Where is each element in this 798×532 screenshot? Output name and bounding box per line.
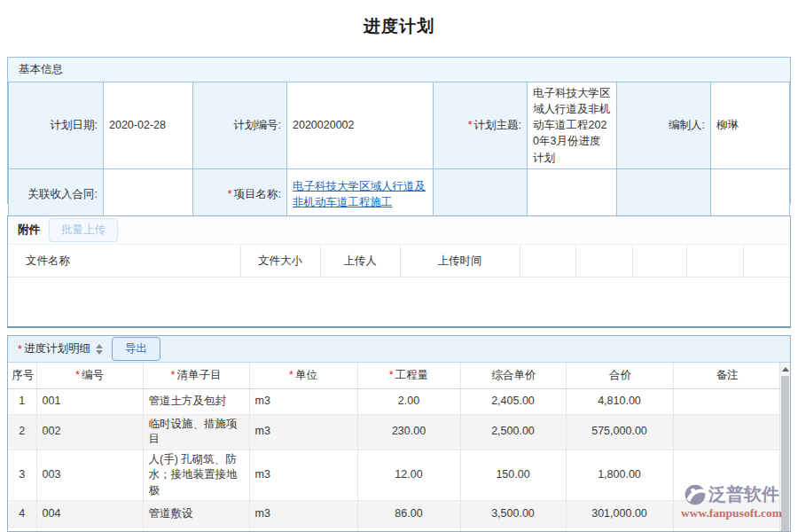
cell-code: 001 bbox=[36, 388, 143, 414]
progress-plan-page: 进度计划 基本信息 计划日期: 2020-02-28 计划编号: 2020020… bbox=[0, 0, 798, 38]
table-row[interactable]: 4 004 管道敷设 m3 86.00 3,500.00 301,000.00 bbox=[8, 501, 779, 528]
table-row[interactable]: 5 005 管沟石方开挖 m3 20.00 700.00 14,000.00 bbox=[8, 528, 779, 532]
cell-seq: 3 bbox=[8, 450, 36, 501]
cell-total: 301,000.00 bbox=[566, 501, 673, 528]
related-income-contract-label: 关联收入合同: bbox=[9, 168, 104, 219]
col-file-size: 文件大小 bbox=[240, 245, 320, 278]
col-quantity: *工程量 bbox=[357, 363, 460, 388]
cell-remark bbox=[673, 388, 779, 414]
basic-info-row-1: 计划日期: 2020-02-28 计划编号: 2020020002 *计划主题:… bbox=[9, 82, 790, 169]
col-list-item: *清单子目 bbox=[143, 363, 249, 388]
cell-list-item: 管道土方及包封 bbox=[143, 388, 249, 414]
col-file-name: 文件名称 bbox=[8, 245, 240, 278]
cell-total: 14,000.00 bbox=[566, 528, 673, 532]
required-marker: * bbox=[468, 119, 473, 131]
cell-code: 005 bbox=[36, 528, 143, 532]
author-label: 编制人: bbox=[617, 82, 711, 169]
empty-value-cell bbox=[711, 168, 790, 219]
table-row[interactable]: 2 002 临时设施、措施项目 m3 230.00 2,500.00 575,0… bbox=[8, 414, 779, 450]
basic-info-section: 基本信息 计划日期: 2020-02-28 计划编号: 2020020002 *… bbox=[7, 57, 791, 204]
details-header-row: 序号 *编号 *清单子目 *单位 *工程量 综合单价 合价 备注 bbox=[8, 363, 779, 388]
details-table-wrap: 序号 *编号 *清单子目 *单位 *工程量 综合单价 合价 备注 1 001 管… bbox=[8, 363, 790, 531]
plan-subject-label: *计划主题: bbox=[434, 82, 528, 169]
cell-quantity: 20.00 bbox=[357, 528, 460, 532]
cell-seq: 2 bbox=[8, 414, 36, 450]
empty-label-cell bbox=[434, 168, 528, 219]
col-uploader: 上传人 bbox=[320, 245, 400, 278]
col-unit-price: 综合单价 bbox=[460, 363, 566, 388]
cell-remark bbox=[673, 528, 779, 532]
col-code: *编号 bbox=[36, 363, 143, 388]
cell-total: 575,000.00 bbox=[566, 414, 673, 450]
plan-subject-value: 电子科技大学区域人行道及非机动车道工程2020年3月份进度计划 bbox=[528, 82, 617, 169]
attachments-header-row: 文件名称 文件大小 上传人 上传时间 bbox=[8, 245, 790, 278]
empty-label-cell bbox=[617, 168, 711, 219]
required-marker: * bbox=[228, 188, 232, 200]
progress-plan-details-section: * 进度计划明细 导出 序号 *编号 *清单子目 *单位 *工程量 综合单价 合… bbox=[7, 335, 791, 532]
plan-number-label: 计划编号: bbox=[193, 82, 287, 169]
cell-list-item: 临时设施、措施项目 bbox=[143, 414, 249, 450]
project-name-label: *项目名称: bbox=[193, 168, 287, 219]
col-remark: 备注 bbox=[673, 363, 779, 388]
cell-code: 004 bbox=[36, 501, 143, 528]
cell-unit-price: 700.00 bbox=[460, 528, 566, 532]
col-empty bbox=[632, 245, 686, 278]
details-section-title: 进度计划明细 bbox=[24, 341, 90, 356]
batch-upload-button[interactable]: 批量上传 bbox=[49, 218, 118, 242]
cell-remark bbox=[673, 501, 779, 528]
attachments-table: 文件名称 文件大小 上传人 上传时间 bbox=[8, 244, 790, 278]
plan-date-value: 2020-02-28 bbox=[104, 82, 193, 169]
table-row[interactable]: 3 003 人(手) 孔砌筑、防水；接地装置接地极 m3 12.00 150.0… bbox=[8, 450, 779, 501]
cell-list-item: 人(手) 孔砌筑、防水；接地装置接地极 bbox=[143, 450, 249, 501]
details-header-bar: * 进度计划明细 导出 bbox=[8, 336, 790, 363]
cell-total: 1,800.00 bbox=[566, 450, 673, 501]
cell-unit-price: 2,500.00 bbox=[460, 414, 566, 450]
basic-info-section-title: 基本信息 bbox=[8, 58, 790, 82]
cell-code: 002 bbox=[36, 414, 143, 450]
cell-unit: m3 bbox=[249, 450, 357, 501]
col-seq: 序号 bbox=[8, 363, 36, 388]
cell-list-item: 管沟石方开挖 bbox=[143, 528, 249, 532]
col-upload-time: 上传时间 bbox=[400, 245, 520, 278]
col-empty bbox=[686, 245, 743, 278]
required-marker: * bbox=[18, 343, 22, 356]
cell-quantity: 2.00 bbox=[357, 388, 460, 414]
attachments-section-title: 附件 bbox=[18, 223, 40, 238]
cell-seq: 1 bbox=[8, 388, 36, 414]
cell-unit: m3 bbox=[249, 528, 357, 532]
vertical-scrollbar[interactable] bbox=[779, 363, 790, 531]
cell-list-item: 管道敷设 bbox=[143, 501, 249, 528]
basic-info-row-2: 关联收入合同: *项目名称: 电子科技大学区域人行道及非机动车道工程施工 bbox=[9, 168, 790, 219]
empty-value-cell bbox=[528, 168, 617, 219]
cell-seq: 5 bbox=[8, 528, 36, 532]
basic-info-table: 计划日期: 2020-02-28 计划编号: 2020020002 *计划主题:… bbox=[8, 82, 790, 220]
cell-remark bbox=[673, 414, 779, 450]
plan-date-label: 计划日期: bbox=[9, 82, 104, 169]
sort-icon[interactable] bbox=[96, 344, 103, 355]
scroll-up-arrow-icon[interactable] bbox=[780, 363, 790, 375]
table-row[interactable]: 1 001 管道土方及包封 m3 2.00 2,405.00 4,810.00 bbox=[8, 388, 779, 414]
col-unit: *单位 bbox=[249, 363, 357, 388]
col-empty bbox=[520, 245, 575, 278]
scrollbar-thumb[interactable] bbox=[781, 376, 789, 531]
col-empty bbox=[743, 245, 790, 278]
attachments-header: 附件 批量上传 bbox=[8, 216, 790, 244]
details-table: 序号 *编号 *清单子目 *单位 *工程量 综合单价 合价 备注 1 001 管… bbox=[8, 363, 779, 531]
cell-unit: m3 bbox=[249, 414, 357, 450]
attachments-section: 附件 批量上传 文件名称 文件大小 上传人 上传时间 bbox=[7, 215, 791, 328]
author-value: 柳琳 bbox=[711, 82, 790, 169]
cell-total: 4,810.00 bbox=[566, 388, 673, 414]
cell-remark bbox=[673, 450, 779, 501]
page-title: 进度计划 bbox=[0, 0, 798, 38]
export-button[interactable]: 导出 bbox=[112, 337, 160, 361]
cell-unit-price: 2,405.00 bbox=[460, 388, 566, 414]
project-name-cell: 电子科技大学区域人行道及非机动车道工程施工 bbox=[287, 168, 434, 219]
cell-unit: m3 bbox=[249, 388, 357, 414]
cell-unit-price: 150.00 bbox=[460, 450, 566, 501]
plan-number-value: 2020020002 bbox=[287, 82, 434, 169]
cell-quantity: 86.00 bbox=[357, 501, 460, 528]
col-total: 合价 bbox=[566, 363, 673, 388]
cell-unit: m3 bbox=[249, 501, 357, 528]
cell-quantity: 230.00 bbox=[357, 414, 460, 450]
project-name-link[interactable]: 电子科技大学区域人行道及非机动车道工程施工 bbox=[293, 180, 426, 208]
